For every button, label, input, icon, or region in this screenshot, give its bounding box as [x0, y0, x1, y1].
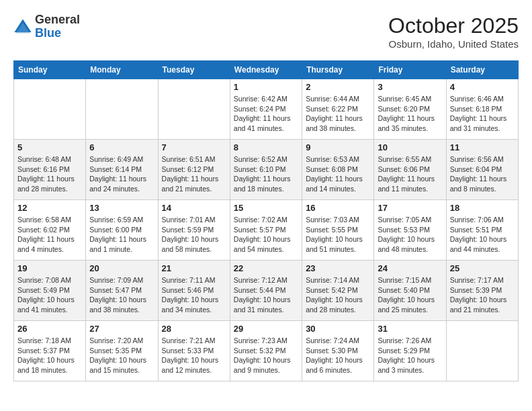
day-info: Sunrise: 6:51 AMSunset: 6:12 PMDaylight:…: [162, 154, 226, 194]
day-number: 30: [306, 324, 370, 334]
day-number: 28: [162, 324, 226, 334]
weekday-header: Wednesday: [230, 61, 302, 79]
logo: General Blue: [13, 13, 80, 40]
calendar-cell: 28Sunrise: 7:21 AMSunset: 5:33 PMDayligh…: [158, 321, 230, 381]
calendar-cell: [446, 321, 518, 381]
title-block: October 2025 Osburn, Idaho, United State…: [388, 13, 519, 50]
calendar-cell: 1Sunrise: 6:42 AMSunset: 6:24 PMDaylight…: [230, 79, 302, 140]
page-header: General Blue October 2025 Osburn, Idaho,…: [13, 13, 519, 50]
calendar-week-row: 19Sunrise: 7:08 AMSunset: 5:49 PMDayligh…: [14, 261, 519, 321]
calendar-cell: 25Sunrise: 7:17 AMSunset: 5:39 PMDayligh…: [446, 261, 518, 321]
calendar-week-row: 26Sunrise: 7:18 AMSunset: 5:37 PMDayligh…: [14, 321, 519, 381]
calendar-cell: 12Sunrise: 6:58 AMSunset: 6:02 PMDayligh…: [14, 200, 86, 261]
calendar-cell: 21Sunrise: 7:11 AMSunset: 5:46 PMDayligh…: [158, 261, 230, 321]
calendar-cell: 19Sunrise: 7:08 AMSunset: 5:49 PMDayligh…: [14, 261, 86, 321]
weekday-header: Sunday: [14, 61, 86, 79]
day-info: Sunrise: 6:48 AMSunset: 6:16 PMDaylight:…: [17, 154, 82, 194]
day-info: Sunrise: 6:44 AMSunset: 6:22 PMDaylight:…: [306, 94, 370, 134]
weekday-header: Friday: [374, 61, 446, 79]
calendar-cell: 29Sunrise: 7:23 AMSunset: 5:32 PMDayligh…: [230, 321, 302, 381]
logo-icon: [13, 18, 32, 37]
day-info: Sunrise: 7:03 AMSunset: 5:55 PMDaylight:…: [306, 215, 370, 255]
calendar-cell: 20Sunrise: 7:09 AMSunset: 5:47 PMDayligh…: [86, 261, 158, 321]
day-number: 26: [17, 324, 82, 334]
day-info: Sunrise: 7:26 AMSunset: 5:29 PMDaylight:…: [378, 336, 442, 375]
day-info: Sunrise: 7:14 AMSunset: 5:42 PMDaylight:…: [306, 275, 370, 315]
calendar-cell: [158, 79, 230, 140]
day-number: 7: [162, 142, 226, 152]
calendar-cell: 30Sunrise: 7:24 AMSunset: 5:30 PMDayligh…: [302, 321, 374, 381]
calendar-week-row: 5Sunrise: 6:48 AMSunset: 6:16 PMDaylight…: [14, 140, 519, 200]
calendar-week-row: 1Sunrise: 6:42 AMSunset: 6:24 PMDaylight…: [14, 79, 519, 140]
day-info: Sunrise: 6:52 AMSunset: 6:10 PMDaylight:…: [234, 154, 298, 194]
weekday-header: Tuesday: [158, 61, 230, 79]
logo-blue-text: Blue: [35, 27, 80, 40]
day-info: Sunrise: 7:12 AMSunset: 5:44 PMDaylight:…: [234, 275, 298, 315]
calendar-cell: 27Sunrise: 7:20 AMSunset: 5:35 PMDayligh…: [86, 321, 158, 381]
day-number: 18: [450, 203, 515, 213]
day-number: 22: [234, 263, 298, 273]
day-info: Sunrise: 7:24 AMSunset: 5:30 PMDaylight:…: [306, 336, 370, 375]
day-number: 29: [234, 324, 298, 334]
day-number: 27: [89, 324, 154, 334]
calendar-cell: 14Sunrise: 7:01 AMSunset: 5:59 PMDayligh…: [158, 200, 230, 261]
calendar-cell: 11Sunrise: 6:56 AMSunset: 6:04 PMDayligh…: [446, 140, 518, 200]
calendar-cell: 5Sunrise: 6:48 AMSunset: 6:16 PMDaylight…: [14, 140, 86, 200]
day-number: 25: [450, 263, 515, 273]
weekday-header: Monday: [86, 61, 158, 79]
day-number: 10: [378, 142, 442, 152]
month-title: October 2025: [388, 13, 519, 38]
day-info: Sunrise: 7:21 AMSunset: 5:33 PMDaylight:…: [162, 336, 226, 375]
calendar-cell: 18Sunrise: 7:06 AMSunset: 5:51 PMDayligh…: [446, 200, 518, 261]
day-number: 9: [306, 142, 370, 152]
location-text: Osburn, Idaho, United States: [388, 38, 519, 50]
day-info: Sunrise: 6:58 AMSunset: 6:02 PMDaylight:…: [17, 215, 82, 255]
day-number: 14: [162, 203, 226, 213]
day-info: Sunrise: 6:42 AMSunset: 6:24 PMDaylight:…: [234, 94, 298, 134]
calendar-cell: 16Sunrise: 7:03 AMSunset: 5:55 PMDayligh…: [302, 200, 374, 261]
day-info: Sunrise: 7:08 AMSunset: 5:49 PMDaylight:…: [17, 275, 82, 315]
day-number: 13: [89, 203, 154, 213]
day-number: 31: [378, 324, 442, 334]
calendar-cell: 15Sunrise: 7:02 AMSunset: 5:57 PMDayligh…: [230, 200, 302, 261]
day-number: 16: [306, 203, 370, 213]
day-number: 12: [17, 203, 82, 213]
calendar-cell: [86, 79, 158, 140]
day-number: 21: [162, 263, 226, 273]
day-info: Sunrise: 7:06 AMSunset: 5:51 PMDaylight:…: [450, 215, 515, 255]
day-number: 2: [306, 82, 370, 92]
day-info: Sunrise: 7:05 AMSunset: 5:53 PMDaylight:…: [378, 215, 442, 255]
day-info: Sunrise: 7:20 AMSunset: 5:35 PMDaylight:…: [89, 336, 154, 375]
day-number: 6: [89, 142, 154, 152]
day-number: 19: [17, 263, 82, 273]
calendar-cell: 31Sunrise: 7:26 AMSunset: 5:29 PMDayligh…: [374, 321, 446, 381]
calendar-cell: 22Sunrise: 7:12 AMSunset: 5:44 PMDayligh…: [230, 261, 302, 321]
calendar-cell: 9Sunrise: 6:53 AMSunset: 6:08 PMDaylight…: [302, 140, 374, 200]
calendar-cell: 23Sunrise: 7:14 AMSunset: 5:42 PMDayligh…: [302, 261, 374, 321]
day-info: Sunrise: 6:45 AMSunset: 6:20 PMDaylight:…: [378, 94, 442, 134]
day-info: Sunrise: 7:17 AMSunset: 5:39 PMDaylight:…: [450, 275, 515, 315]
day-number: 5: [17, 142, 82, 152]
calendar-week-row: 12Sunrise: 6:58 AMSunset: 6:02 PMDayligh…: [14, 200, 519, 261]
day-number: 1: [234, 82, 298, 92]
day-number: 3: [378, 82, 442, 92]
day-number: 24: [378, 263, 442, 273]
day-info: Sunrise: 6:55 AMSunset: 6:06 PMDaylight:…: [378, 154, 442, 194]
day-number: 23: [306, 263, 370, 273]
logo-general-text: General: [35, 13, 80, 27]
calendar-cell: [14, 79, 86, 140]
day-info: Sunrise: 7:23 AMSunset: 5:32 PMDaylight:…: [234, 336, 298, 375]
day-number: 8: [234, 142, 298, 152]
weekday-header: Thursday: [302, 61, 374, 79]
day-info: Sunrise: 7:01 AMSunset: 5:59 PMDaylight:…: [162, 215, 226, 255]
calendar-cell: 24Sunrise: 7:15 AMSunset: 5:40 PMDayligh…: [374, 261, 446, 321]
calendar-cell: 13Sunrise: 6:59 AMSunset: 6:00 PMDayligh…: [86, 200, 158, 261]
weekday-header: Saturday: [446, 61, 518, 79]
day-info: Sunrise: 6:49 AMSunset: 6:14 PMDaylight:…: [89, 154, 154, 194]
day-info: Sunrise: 7:18 AMSunset: 5:37 PMDaylight:…: [17, 336, 82, 375]
day-info: Sunrise: 7:02 AMSunset: 5:57 PMDaylight:…: [234, 215, 298, 255]
day-info: Sunrise: 6:53 AMSunset: 6:08 PMDaylight:…: [306, 154, 370, 194]
calendar-cell: 4Sunrise: 6:46 AMSunset: 6:18 PMDaylight…: [446, 79, 518, 140]
day-info: Sunrise: 6:46 AMSunset: 6:18 PMDaylight:…: [450, 94, 515, 134]
day-info: Sunrise: 6:56 AMSunset: 6:04 PMDaylight:…: [450, 154, 515, 194]
